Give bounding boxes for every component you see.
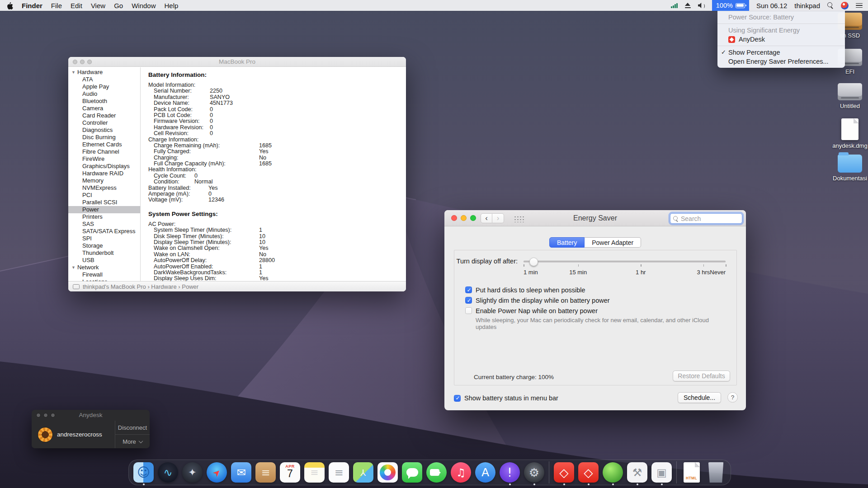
sidebar-item-printers[interactable]: Printers [68,213,140,221]
sidebar-item-memory[interactable]: Memory [68,177,140,184]
checkbox[interactable] [465,297,472,304]
dock-safari[interactable]: ➤ [206,461,228,483]
menu-view[interactable]: View [91,2,105,9]
dock-anydesk-installer[interactable]: ◇ [577,461,599,483]
sidebar-item-power[interactable]: Power [68,206,140,213]
dock-installer-alert[interactable]: ! [499,461,521,483]
desktop-icon-anydesk-dmg[interactable]: anydesk.dmg [828,118,868,149]
dock-utilities[interactable]: ⚒ [626,461,648,483]
dock-notes[interactable]: ≡ [303,461,326,483]
sidebar-item-spi[interactable]: SPI [68,235,140,242]
zoom-button[interactable] [87,60,92,64]
sidebar-item-hardware[interactable]: ▼Hardware [68,69,140,76]
dock-siri[interactable]: ∿ [157,461,179,483]
menu-window[interactable]: Window [132,2,156,9]
dock-system-preferences[interactable]: ⚙ [523,461,545,483]
sidebar-item-graphics-displays[interactable]: Graphics/Displays [68,163,140,170]
menu-bar-username[interactable]: thinkpad [794,2,820,9]
desktop-icon-dokumentasi[interactable]: Dokumentasi [828,155,868,182]
menu-item-anydesk[interactable]: AnyDesk [717,35,845,44]
search-input[interactable] [670,214,742,223]
dock-reminders[interactable]: ≡ [328,461,350,483]
tab-battery[interactable]: Battery [549,237,585,248]
schedule-button[interactable]: Schedule... [678,392,721,403]
minimize-button[interactable] [80,60,85,64]
energy-saver-titlebar[interactable]: ‹ › Energy Saver [444,210,746,226]
menu-item-show-percentage[interactable]: ✓Show Percentage [717,48,845,57]
system-information-titlebar[interactable]: MacBook Pro [68,57,406,67]
dock-trash[interactable] [705,461,727,483]
sidebar-item-parallel-scsi[interactable]: Parallel SCSI [68,199,140,206]
sidebar-item-sas[interactable]: SAS [68,221,140,228]
close-button[interactable] [36,413,41,418]
dock-anydesk[interactable]: ◇ [553,461,575,483]
help-button[interactable]: ? [727,392,738,403]
sidebar-item-bluetooth[interactable]: Bluetooth [68,98,140,105]
dock-music[interactable]: ♫ [450,461,472,483]
sidebar-item-storage[interactable]: Storage [68,242,140,249]
sidebar-item-usb[interactable]: USB [68,257,140,264]
desktop-icon-untitled[interactable]: Untitled [828,83,868,109]
tab-power-adapter[interactable]: Power Adapter [585,237,641,248]
dock-green-sphere-app[interactable] [602,461,624,483]
menu-bar-clock[interactable]: Sun 06.12 [756,2,787,9]
dock-html-file[interactable]: HTML [680,461,703,483]
anydesk-titlebar[interactable]: Anydesk [32,410,150,421]
notification-center-icon[interactable] [856,3,863,8]
menu-edit[interactable]: Edit [71,2,82,9]
sidebar-item-thunderbolt[interactable]: Thunderbolt [68,249,140,257]
sidebar-item-card-reader[interactable]: Card Reader [68,112,140,119]
dock-app-store[interactable]: A [474,461,496,483]
sidebar-item-disc-burning[interactable]: Disc Burning [68,134,140,141]
sidebar-item-firewire[interactable]: FireWire [68,155,140,163]
sidebar-item-apple-pay[interactable]: Apple Pay [68,83,140,90]
sidebar-item-camera[interactable]: Camera [68,105,140,112]
sidebar-item-ethernet-cards[interactable]: Ethernet Cards [68,141,140,148]
disclosure-triangle-icon[interactable]: ▼ [71,265,75,270]
eject-icon[interactable] [685,3,691,8]
dock-maps[interactable]: Y [352,461,374,483]
dock-archive-utility[interactable]: ▣ [651,461,673,483]
signal-strength-icon[interactable] [671,3,678,8]
menu-go[interactable]: Go [114,2,123,9]
menu-item-open-energy-prefs[interactable]: Open Energy Saver Preferences... [717,57,845,66]
battery-menu-item[interactable]: 100% [712,0,749,11]
menu-help[interactable]: Help [165,2,179,9]
sidebar-item-fibre-channel[interactable]: Fibre Channel [68,148,140,155]
dock-messages[interactable] [401,461,423,483]
checkbox[interactable] [465,307,472,314]
dock-facetime[interactable] [425,461,448,483]
search-field[interactable] [670,213,742,224]
sidebar-item-nvmexpress[interactable]: NVMExpress [68,184,140,192]
show-battery-status-checkbox[interactable] [454,395,461,402]
slider-track[interactable] [524,261,726,263]
checkbox[interactable] [465,286,472,293]
dock-contacts[interactable]: ≡ [255,461,277,483]
dock-photos[interactable] [377,461,399,483]
sidebar-item-audio[interactable]: Audio [68,90,140,98]
more-button[interactable]: More [115,434,150,448]
restore-defaults-button[interactable]: Restore Defaults [673,371,730,381]
spotlight-icon[interactable] [827,2,834,9]
slider-thumb[interactable] [529,258,538,266]
close-button[interactable] [73,60,77,64]
minimize-button[interactable] [43,413,48,418]
sidebar-item-network[interactable]: ▼Network [68,264,140,271]
disclosure-triangle-icon[interactable]: ▼ [71,70,75,75]
sidebar-item-sata-sata-express[interactable]: SATA/SATA Express [68,228,140,235]
display-off-slider[interactable]: 1 min15 min1 hr3 hrsNever [524,255,726,278]
zoom-button[interactable] [51,413,55,418]
disconnect-button[interactable]: Disconnect [115,421,150,434]
dock-finder[interactable]: ☺ [132,461,155,483]
sidebar-item-hardware-raid[interactable]: Hardware RAID [68,170,140,177]
active-app-menu[interactable]: Finder [22,2,42,9]
apple-menu-icon[interactable] [6,2,13,9]
anydesk-tray-icon[interactable] [841,2,849,9]
dock-calendar[interactable]: APR7 [279,461,301,483]
dock-launchpad[interactable]: ✦ [181,461,203,483]
sidebar-item-ata[interactable]: ATA [68,76,140,83]
dock-mail[interactable]: ✉ [230,461,252,483]
sidebar-item-firewall[interactable]: Firewall [68,271,140,278]
sidebar-item-pci[interactable]: PCI [68,192,140,199]
sidebar-item-diagnostics[interactable]: Diagnostics [68,127,140,134]
